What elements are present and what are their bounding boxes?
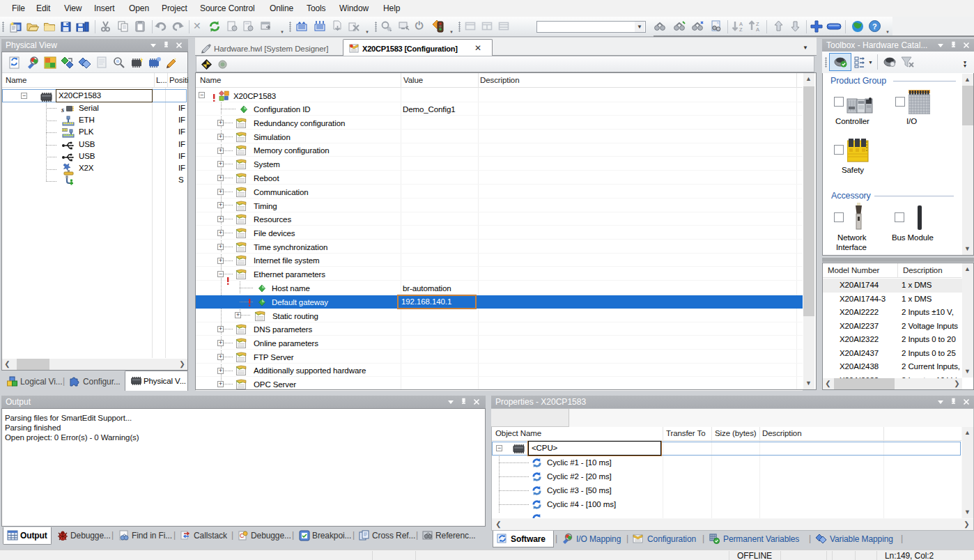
svg-text:s: s xyxy=(61,105,64,114)
svg-text:Z: Z xyxy=(739,26,743,33)
svg-text:?: ? xyxy=(872,22,877,31)
svg-text:A: A xyxy=(756,26,759,33)
